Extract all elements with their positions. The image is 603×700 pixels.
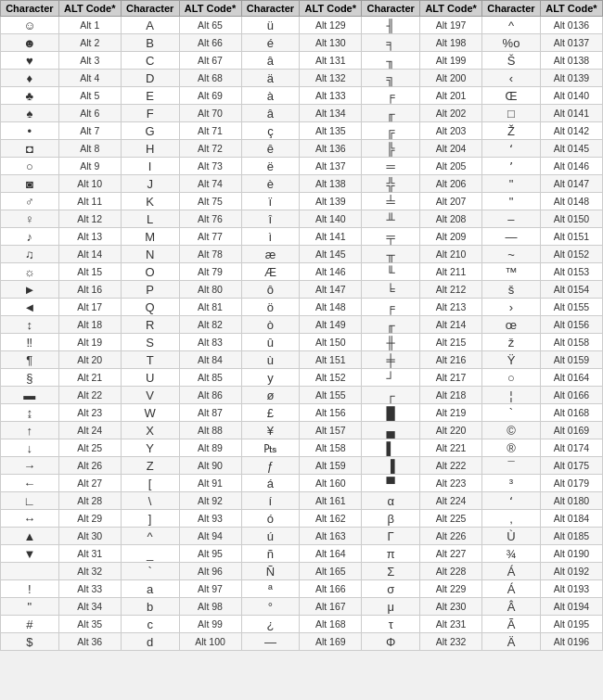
alt-code-cell: Alt 136	[300, 140, 362, 158]
column-header: Character	[1, 1, 59, 17]
alt-code-cell: Alt 202	[420, 105, 482, 122]
character-cell: ╖	[362, 52, 420, 70]
alt-code-cell: Alt 213	[420, 299, 482, 316]
alt-code-cell: Alt 158	[300, 439, 362, 457]
alt-code-cell: Alt 219	[420, 404, 482, 422]
character-cell: ↓	[1, 439, 59, 457]
character-cell: ^	[482, 17, 541, 34]
character-cell: ╧	[362, 193, 420, 210]
alt-code-cell: Alt 4	[58, 70, 121, 87]
alt-code-cell: Alt 22	[58, 387, 121, 404]
character-cell: ú	[241, 528, 300, 545]
table-row: →Alt 26ZAlt 90ƒAlt 159▐Alt 222¯Alt 0175	[1, 457, 603, 475]
alt-code-cell: Alt 0168	[540, 404, 602, 422]
character-cell: ¥	[241, 422, 300, 439]
alt-code-cell: Alt 93	[179, 510, 241, 528]
character-cell: c	[121, 616, 179, 633]
alt-code-cell: Alt 74	[179, 175, 241, 193]
alt-code-cell: Alt 80	[179, 281, 241, 299]
alt-code-cell: Alt 159	[300, 457, 362, 475]
alt-code-cell: Alt 32	[58, 563, 121, 580]
character-cell: ♀	[1, 210, 59, 228]
character-cell: ▲	[1, 528, 59, 545]
column-header: Character	[241, 1, 300, 17]
alt-code-cell: Alt 79	[179, 263, 241, 281]
character-cell: `	[121, 563, 179, 580]
character-cell: è	[241, 175, 300, 193]
alt-code-cell: Alt 0137	[540, 34, 602, 52]
alt-code-cell: Alt 225	[420, 510, 482, 528]
alt-code-cell: Alt 0179	[540, 475, 602, 492]
character-cell: Œ	[482, 87, 541, 105]
alt-code-cell: Alt 6	[58, 105, 121, 122]
alt-code-cell: Alt 205	[420, 158, 482, 175]
character-cell: Ñ	[241, 563, 300, 580]
character-cell: ñ	[241, 545, 300, 563]
character-cell: "	[482, 175, 541, 193]
alt-code-cell: Alt 82	[179, 316, 241, 334]
alt-code-cell: Alt 29	[58, 510, 121, 528]
character-cell: ,	[482, 510, 541, 528]
character-cell: Z	[121, 457, 179, 475]
alt-code-cell: Alt 97	[179, 580, 241, 598]
character-cell: σ	[362, 580, 420, 598]
alt-code-cell: Alt 95	[179, 545, 241, 563]
alt-code-cell: Alt 0146	[540, 158, 602, 175]
character-cell: ┌	[362, 387, 420, 404]
table-row: ☺Alt 1AAlt 65üAlt 129╢Alt 197^Alt 0136	[1, 17, 603, 34]
alt-code-cell: Alt 160	[300, 475, 362, 492]
alt-code-cell: Alt 5	[58, 87, 121, 105]
alt-code-cell: Alt 208	[420, 210, 482, 228]
alt-code-cell: Alt 2	[58, 34, 121, 52]
alt-code-cell: Alt 15	[58, 263, 121, 281]
alt-code-cell: Alt 210	[420, 246, 482, 263]
alt-code-cell: Alt 131	[300, 52, 362, 70]
alt-code-cell: Alt 145	[300, 246, 362, 263]
alt-code-cell: Alt 96	[179, 563, 241, 580]
character-cell: Ã	[482, 616, 541, 633]
alt-code-cell: Alt 215	[420, 334, 482, 351]
character-cell: ^	[121, 528, 179, 545]
character-cell: Æ	[241, 263, 300, 281]
table-row: ♦Alt 4DAlt 68äAlt 132╗Alt 200‹Alt 0139	[1, 70, 603, 87]
alt-code-cell: Alt 0151	[540, 228, 602, 246]
table-row: ▬Alt 22VAlt 86øAlt 155┌Alt 218¦Alt 0166	[1, 387, 603, 404]
alt-code-cell: Alt 164	[300, 545, 362, 563]
alt-code-cell: Alt 28	[58, 492, 121, 510]
alt-code-cell: Alt 0138	[540, 52, 602, 70]
character-cell: ¿	[241, 616, 300, 633]
alt-code-cell: Alt 197	[420, 17, 482, 34]
table-row: ♪Alt 13MAlt 77ìAlt 141╤Alt 209—Alt 0151	[1, 228, 603, 246]
character-cell: α	[362, 492, 420, 510]
table-row: ▲Alt 30^Alt 94úAlt 163ΓAlt 226ÙAlt 0185	[1, 528, 603, 545]
table-row: $Alt 36dAlt 100—Alt 169ΦAlt 232ÄAlt 0196	[1, 633, 603, 651]
character-cell: `	[482, 404, 541, 422]
character-cell: ┘	[362, 369, 420, 387]
character-cell: ▼	[1, 545, 59, 563]
alt-code-cell: Alt 212	[420, 281, 482, 299]
character-cell: ╬	[362, 175, 420, 193]
alt-code-cell: Alt 0159	[540, 351, 602, 369]
alt-code-cell: Alt 146	[300, 263, 362, 281]
alt-code-cell: Alt 72	[179, 140, 241, 158]
character-cell: ☼	[1, 263, 59, 281]
character-cell: W	[121, 404, 179, 422]
character-cell: Q	[121, 299, 179, 316]
alt-code-cell: Alt 35	[58, 616, 121, 633]
character-cell: A	[121, 17, 179, 34]
character-cell: ä	[241, 70, 300, 87]
alt-code-cell: Alt 206	[420, 175, 482, 193]
character-cell: ▀	[362, 475, 420, 492]
alt-code-cell: Alt 68	[179, 70, 241, 87]
character-cell: F	[121, 105, 179, 122]
character-cell: Ž	[482, 122, 541, 140]
alt-code-cell: Alt 69	[179, 87, 241, 105]
alt-code-cell: Alt 137	[300, 158, 362, 175]
character-cell: ♣	[1, 87, 59, 105]
character-cell: °	[241, 598, 300, 616]
table-row: "Alt 34bAlt 98°Alt 167μAlt 230ÂAlt 0194	[1, 598, 603, 616]
alt-code-cell: Alt 98	[179, 598, 241, 616]
character-cell: O	[121, 263, 179, 281]
table-row: ↓Alt 25YAlt 89₧Alt 158▌Alt 221®Alt 0174	[1, 439, 603, 457]
alt-code-cell: Alt 0142	[540, 122, 602, 140]
